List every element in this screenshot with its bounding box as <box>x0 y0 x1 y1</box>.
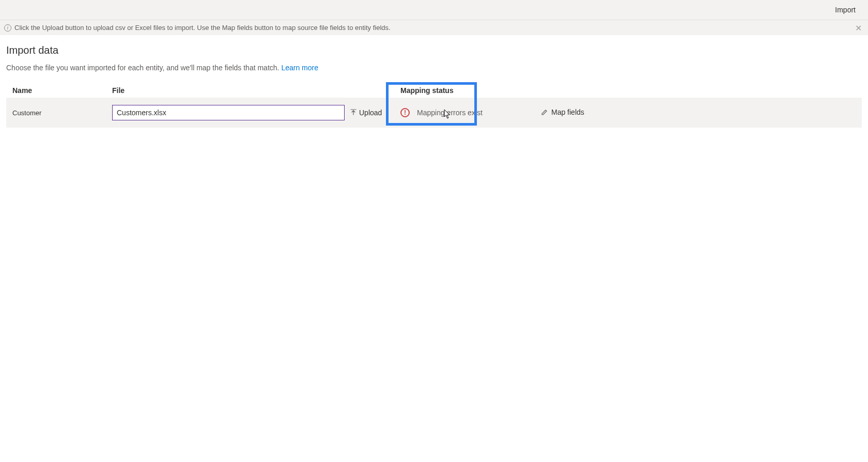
page-description: Choose the file you want imported for ea… <box>6 64 862 72</box>
mapping-status: ! Mapping errors exist <box>400 108 541 117</box>
map-fields-button[interactable]: Map fields <box>541 108 584 116</box>
description-text: Choose the file you want imported for ea… <box>6 64 281 72</box>
grid-header-row: Name File Mapping status <box>6 86 862 98</box>
import-grid: Name File Mapping status Customer Upload… <box>6 86 862 128</box>
upload-label: Upload <box>359 109 382 117</box>
table-row: Customer Upload ! Mapping errors exist <box>6 98 862 128</box>
cell-mapping-status: ! Mapping errors exist <box>391 108 541 117</box>
file-input[interactable] <box>112 105 345 120</box>
info-text: Click the Upload button to upload csv or… <box>14 24 391 32</box>
cell-file: Upload <box>112 105 391 120</box>
column-header-mapping-status: Mapping status <box>391 86 541 95</box>
upload-icon <box>350 109 357 116</box>
upload-button[interactable]: Upload <box>350 109 382 117</box>
cursor-icon <box>444 109 451 119</box>
learn-more-link[interactable]: Learn more <box>281 64 318 72</box>
close-icon[interactable]: ✕ <box>855 23 862 33</box>
column-header-file: File <box>112 86 391 95</box>
column-header-name: Name <box>6 86 112 95</box>
error-icon: ! <box>400 108 410 117</box>
pencil-icon <box>541 109 548 116</box>
page-title: Import data <box>6 44 862 56</box>
import-button[interactable]: Import <box>835 6 856 14</box>
cell-name: Customer <box>6 109 112 117</box>
info-icon: i <box>4 24 11 32</box>
map-fields-label: Map fields <box>551 108 584 116</box>
content-area: Import data Choose the file you want imp… <box>0 35 868 128</box>
top-bar: Import <box>0 0 868 20</box>
cell-mapfields: Map fields <box>541 108 686 117</box>
info-bar: i Click the Upload button to upload csv … <box>0 20 868 35</box>
